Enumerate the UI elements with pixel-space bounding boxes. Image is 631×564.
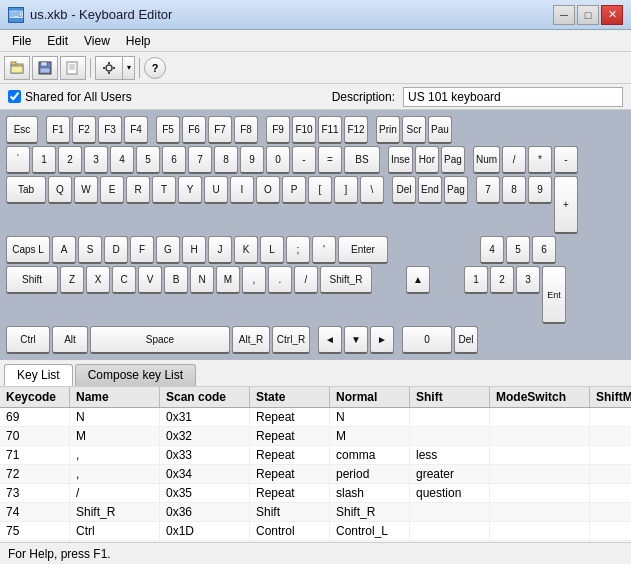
key-period[interactable]: . xyxy=(268,266,292,294)
key-f4[interactable]: F4 xyxy=(124,116,148,144)
key-tab[interactable]: Tab xyxy=(6,176,46,204)
key-d[interactable]: D xyxy=(104,236,128,264)
key-ctrl-left[interactable]: Ctrl xyxy=(6,326,50,354)
table-row[interactable]: 69N0x31RepeatN xyxy=(0,408,631,427)
key-scroll[interactable]: Scr xyxy=(402,116,426,144)
key-numdel[interactable]: Del xyxy=(454,326,478,354)
key-backslash[interactable]: \ xyxy=(360,176,384,204)
key-s[interactable]: S xyxy=(78,236,102,264)
minimize-button[interactable]: ─ xyxy=(553,5,575,25)
key-arrow-right[interactable]: ► xyxy=(370,326,394,354)
key-f3[interactable]: F3 xyxy=(98,116,122,144)
key-print[interactable]: Prin xyxy=(376,116,400,144)
key-b[interactable]: B xyxy=(164,266,188,294)
table-body[interactable]: 69N0x31RepeatN70M0x32RepeatM71,0x33Repea… xyxy=(0,408,631,542)
key-enter[interactable]: Enter xyxy=(338,236,388,264)
key-f7[interactable]: F7 xyxy=(208,116,232,144)
key-alt-right[interactable]: Alt_R xyxy=(232,326,270,354)
key-ctrl-right[interactable]: Ctrl_R xyxy=(272,326,310,354)
tab-key-list[interactable]: Key List xyxy=(4,364,73,386)
key-f8[interactable]: F8 xyxy=(234,116,258,144)
key-backspace[interactable]: BS xyxy=(344,146,380,174)
key-4[interactable]: 4 xyxy=(110,146,134,174)
key-z[interactable]: Z xyxy=(60,266,84,294)
key-h[interactable]: H xyxy=(182,236,206,264)
table-row[interactable]: 70M0x32RepeatM xyxy=(0,427,631,446)
key-l[interactable]: L xyxy=(260,236,284,264)
key-i[interactable]: I xyxy=(230,176,254,204)
key-slash[interactable]: / xyxy=(294,266,318,294)
key-insert[interactable]: Inse xyxy=(388,146,413,174)
menu-help[interactable]: Help xyxy=(118,32,159,50)
key-numslash[interactable]: / xyxy=(502,146,526,174)
key-e[interactable]: E xyxy=(100,176,124,204)
key-pause[interactable]: Pau xyxy=(428,116,452,144)
key-arrow-up[interactable]: ▲ xyxy=(406,266,430,294)
key-numstar[interactable]: * xyxy=(528,146,552,174)
key-quote[interactable]: ' xyxy=(312,236,336,264)
key-alt-left[interactable]: Alt xyxy=(52,326,88,354)
help-button[interactable]: ? xyxy=(144,57,166,79)
shared-checkbox[interactable] xyxy=(8,90,21,103)
key-8[interactable]: 8 xyxy=(214,146,238,174)
key-5[interactable]: 5 xyxy=(136,146,160,174)
key-num7[interactable]: 7 xyxy=(476,176,500,204)
key-v[interactable]: V xyxy=(138,266,162,294)
key-delete[interactable]: Del xyxy=(392,176,416,204)
key-w[interactable]: W xyxy=(74,176,98,204)
key-rbracket[interactable]: ] xyxy=(334,176,358,204)
new-button[interactable] xyxy=(60,56,86,80)
key-y[interactable]: Y xyxy=(178,176,202,204)
table-row[interactable]: 73/0x35Repeatslashquestion xyxy=(0,484,631,503)
key-f9[interactable]: F9 xyxy=(266,116,290,144)
key-numminus[interactable]: - xyxy=(554,146,578,174)
key-num8[interactable]: 8 xyxy=(502,176,526,204)
key-backtick[interactable]: ` xyxy=(6,146,30,174)
menu-edit[interactable]: Edit xyxy=(39,32,76,50)
key-num1[interactable]: 1 xyxy=(464,266,488,294)
key-num6[interactable]: 6 xyxy=(532,236,556,264)
key-equals[interactable]: = xyxy=(318,146,342,174)
key-num9[interactable]: 9 xyxy=(528,176,552,204)
key-f5[interactable]: F5 xyxy=(156,116,180,144)
key-end[interactable]: End xyxy=(418,176,442,204)
key-shift-right[interactable]: Shift_R xyxy=(320,266,372,294)
key-f10[interactable]: F10 xyxy=(292,116,316,144)
key-6[interactable]: 6 xyxy=(162,146,186,174)
key-space[interactable]: Space xyxy=(90,326,230,354)
key-num0[interactable]: 0 xyxy=(402,326,452,354)
key-p[interactable]: P xyxy=(282,176,306,204)
key-g[interactable]: G xyxy=(156,236,180,264)
key-1[interactable]: 1 xyxy=(32,146,56,174)
key-arrow-down[interactable]: ▼ xyxy=(344,326,368,354)
key-num5[interactable]: 5 xyxy=(506,236,530,264)
key-f[interactable]: F xyxy=(130,236,154,264)
key-m[interactable]: M xyxy=(216,266,240,294)
key-q[interactable]: Q xyxy=(48,176,72,204)
key-0[interactable]: 0 xyxy=(266,146,290,174)
key-comma[interactable]: , xyxy=(242,266,266,294)
key-pageup[interactable]: Pag xyxy=(441,146,465,174)
key-9[interactable]: 9 xyxy=(240,146,264,174)
shared-checkbox-label[interactable]: Shared for All Users xyxy=(8,90,132,104)
key-2[interactable]: 2 xyxy=(58,146,82,174)
open-button[interactable] xyxy=(4,56,30,80)
table-row[interactable]: 74Shift_R0x36ShiftShift_R xyxy=(0,503,631,522)
table-row[interactable]: 75Ctrl0x1DControlControl_L xyxy=(0,522,631,541)
key-pagedown[interactable]: Pag xyxy=(444,176,468,204)
key-7[interactable]: 7 xyxy=(188,146,212,174)
maximize-button[interactable]: □ xyxy=(577,5,599,25)
description-input[interactable] xyxy=(403,87,623,107)
key-capslock[interactable]: Caps L xyxy=(6,236,50,264)
settings-dropdown[interactable]: ▾ xyxy=(95,56,135,80)
key-num2[interactable]: 2 xyxy=(490,266,514,294)
key-t[interactable]: T xyxy=(152,176,176,204)
menu-view[interactable]: View xyxy=(76,32,118,50)
key-f2[interactable]: F2 xyxy=(72,116,96,144)
key-3[interactable]: 3 xyxy=(84,146,108,174)
key-o[interactable]: O xyxy=(256,176,280,204)
key-numplus[interactable]: + xyxy=(554,176,578,234)
key-semicolon[interactable]: ; xyxy=(286,236,310,264)
tab-compose-key-list[interactable]: Compose key List xyxy=(75,364,196,386)
key-f12[interactable]: F12 xyxy=(344,116,368,144)
